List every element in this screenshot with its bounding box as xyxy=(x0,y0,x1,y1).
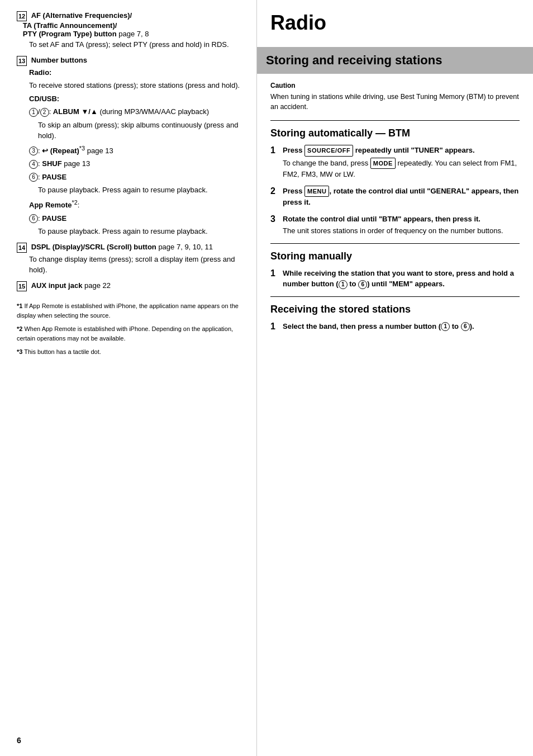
right-column: Radio Storing and receiving stations Cau… xyxy=(257,0,533,756)
item-title-15: AUX input jack xyxy=(31,281,83,290)
circle-6-manual: 6 xyxy=(358,280,367,289)
pause-label-2: PAUSE xyxy=(42,214,66,223)
repeat-sup: *3 xyxy=(79,145,85,152)
shuf-label: SHUF xyxy=(42,159,61,168)
receive-step-1-num: 1 xyxy=(270,322,283,332)
repeat-label: ↩ (Repeat) xyxy=(42,147,79,155)
btm-step-3: 3 Rotate the control dial until "BTM" ap… xyxy=(270,214,520,237)
btm-step-1-main: Press SOURCE/OFF repeatedly until "TUNER… xyxy=(283,145,520,157)
radio-label: Radio: xyxy=(29,68,51,77)
item-12: 12 AF (Alternative Frequencies)/ TA (Tra… xyxy=(17,11,245,50)
receive-step-1-body: Select the band, then press a number but… xyxy=(283,321,520,332)
divider-2 xyxy=(270,243,520,244)
manual-step-1-main: While receiving the station that you wan… xyxy=(283,268,520,290)
cdusb-album: 1/2: ALBUM ▼/▲ (during MP3/WMA/AAC playb… xyxy=(29,106,245,117)
item-title-suffix-12: page 7, 8 xyxy=(117,30,149,38)
pause-sub-1: To pause playback. Press again to resume… xyxy=(38,185,245,196)
btm-step-1-detail: To change the band, press MODE repeatedl… xyxy=(283,158,520,180)
item-body-13: Radio: To receive stored stations (press… xyxy=(29,67,245,237)
app-remote-title: App Remote xyxy=(29,201,72,209)
right-header: Radio xyxy=(257,0,533,47)
btm-step-3-num: 3 xyxy=(270,214,283,237)
pause-text-2: To pause playback. Press again to resume… xyxy=(38,226,245,237)
caution-label: Caution xyxy=(270,82,520,89)
btm-step-3-detail: The unit stores stations in order of fre… xyxy=(283,225,520,237)
radio-title: Radio xyxy=(270,11,520,35)
item-num-14: 14 xyxy=(17,243,27,253)
manual-step-1-num: 1 xyxy=(270,268,283,290)
btm-step-1-body: Press SOURCE/OFF repeatedly until "TUNER… xyxy=(283,145,520,180)
pause-label-1: PAUSE xyxy=(42,173,66,181)
circle-4: 4 xyxy=(29,160,38,169)
item-13: 13 Number buttons Radio: To receive stor… xyxy=(17,56,245,237)
item-suffix-15: page 22 xyxy=(82,281,111,290)
circle-1-receive: 1 xyxy=(441,322,450,331)
sub-section-manual: Storing manually 1 While receiving the s… xyxy=(270,251,520,290)
item-text-12: To set AF and TA (press); select PTY (pr… xyxy=(29,39,245,50)
btm-step-3-main: Rotate the control dial until "BTM" appe… xyxy=(283,214,520,225)
cdusb-label: CD/USB: xyxy=(29,94,59,103)
repeat-line: 3: ↩ (Repeat)*3 page 13 xyxy=(29,144,245,157)
manual-step-1-body: While receiving the station that you wan… xyxy=(283,268,520,290)
circle-1: 1 xyxy=(29,108,38,117)
section-heading-box: Storing and receiving stations xyxy=(257,47,533,74)
pause-sub-2: To pause playback. Press again to resume… xyxy=(38,226,245,237)
circle-6-receive: 6 xyxy=(461,322,470,331)
btm-step-3-body: Rotate the control dial until "BTM" appe… xyxy=(283,214,520,237)
caution-text: When tuning in stations while driving, u… xyxy=(270,92,520,113)
circle-2: 2 xyxy=(40,108,49,117)
receive-step-1: 1 Select the band, then press a number b… xyxy=(270,321,520,332)
item-title-12: AF (Alternative Frequencies)/ TA (Traffi… xyxy=(17,11,132,38)
item-num-15: 15 xyxy=(17,281,27,291)
footnotes: *1 If App Remote is established with iPh… xyxy=(17,301,245,357)
mode-button: MODE xyxy=(370,158,396,169)
btm-step-2-main: Press MENU, rotate the control dial unti… xyxy=(283,186,520,208)
receive-step-1-main: Select the band, then press a number but… xyxy=(283,321,520,332)
circle-6b: 6 xyxy=(29,214,38,223)
circle-3: 3 xyxy=(29,147,38,155)
circle-6a: 6 xyxy=(29,173,38,182)
right-content: Caution When tuning in stations while dr… xyxy=(257,74,533,346)
menu-button: MENU xyxy=(304,186,329,197)
footnote-3: *3 This button has a tactile dot. xyxy=(17,347,245,357)
item-body-12: To set AF and TA (press); select PTY (pr… xyxy=(29,39,245,50)
album-text: To skip an album (press); skip albums co… xyxy=(38,120,245,141)
page-number: 6 xyxy=(17,736,21,745)
btm-step-2-body: Press MENU, rotate the control dial unti… xyxy=(283,186,520,208)
radio-text: To receive stored stations (press); stor… xyxy=(29,80,245,91)
shuf-line: 4: SHUF page 13 xyxy=(29,158,245,169)
pause-text-1: To pause playback. Press again to resume… xyxy=(38,185,245,196)
pause-line-2: 6: PAUSE xyxy=(29,213,245,224)
item-title-13: Number buttons xyxy=(31,56,87,64)
item-num-13: 13 xyxy=(17,56,27,66)
footnote-2: *2 When App Remote is established with i… xyxy=(17,324,245,344)
manual-step-1: 1 While receiving the station that you w… xyxy=(270,268,520,290)
album-label: ALBUM ▼/▲ xyxy=(53,107,98,116)
item-num-12: 12 xyxy=(17,11,27,21)
btm-step-2: 2 Press MENU, rotate the control dial un… xyxy=(270,186,520,208)
manual-title: Storing manually xyxy=(270,251,520,262)
album-sub: To skip an album (press); skip albums co… xyxy=(38,120,245,141)
app-remote-label: App Remote*2: xyxy=(29,198,245,211)
receive-title: Receiving the stored stations xyxy=(270,304,520,315)
btm-title: Storing automatically — BTM xyxy=(270,127,520,139)
item-title-14: DSPL (Display)/SCRL (Scroll) button xyxy=(31,243,156,251)
app-remote-sup: *2 xyxy=(72,199,78,206)
btm-step-2-num: 2 xyxy=(270,186,283,208)
sub-section-btm: Storing automatically — BTM 1 Press SOUR… xyxy=(270,127,520,237)
sub-section-receive: Receiving the stored stations 1 Select t… xyxy=(270,304,520,332)
circle-1-manual: 1 xyxy=(339,280,348,289)
pause-line-1: 6: PAUSE xyxy=(29,172,245,183)
item-text-14: To change display items (press); scroll … xyxy=(29,254,245,276)
divider-1 xyxy=(270,120,520,121)
item-suffix-14: page 7, 9, 10, 11 xyxy=(156,243,213,251)
btm-step-1-num: 1 xyxy=(270,145,283,180)
caution-block: Caution When tuning in stations while dr… xyxy=(270,82,520,113)
footnote-1: *1 If App Remote is established with iPh… xyxy=(17,301,245,321)
section-heading: Storing and receiving stations xyxy=(266,53,524,68)
divider-3 xyxy=(270,296,520,297)
item-14: 14 DSPL (Display)/SCRL (Scroll) button p… xyxy=(17,243,245,276)
source-off-button: SOURCE/OFF xyxy=(304,145,353,157)
item-body-14: To change display items (press); scroll … xyxy=(29,254,245,276)
item-15: 15 AUX input jack page 22 xyxy=(17,281,245,291)
